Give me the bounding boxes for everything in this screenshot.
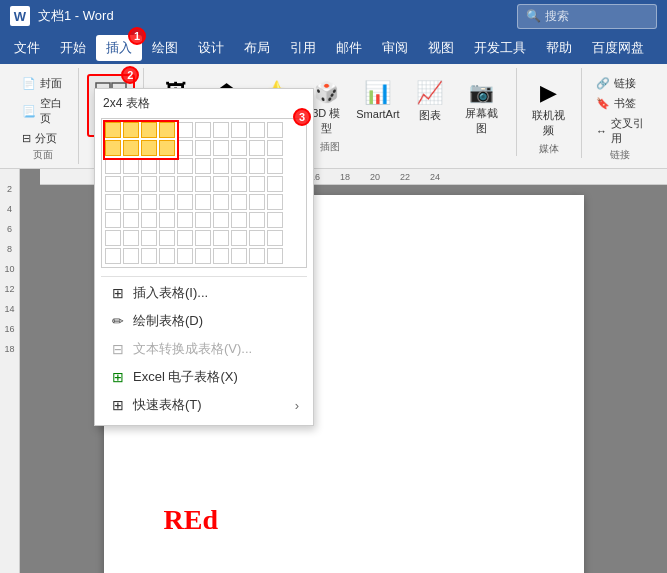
menu-item-baidu[interactable]: 百度网盘 xyxy=(582,35,654,61)
grid-cell[interactable] xyxy=(159,230,175,246)
grid-cell[interactable] xyxy=(105,176,121,192)
menu-item-design[interactable]: 设计 xyxy=(188,35,234,61)
grid-cell[interactable] xyxy=(159,122,175,138)
grid-cell[interactable] xyxy=(231,176,247,192)
dropdown-quick-table[interactable]: ⊞ 快速表格(T) › xyxy=(101,391,307,419)
grid-cell[interactable] xyxy=(267,122,283,138)
grid-cell[interactable] xyxy=(105,122,121,138)
menu-item-dev[interactable]: 开发工具 xyxy=(464,35,536,61)
grid-cell[interactable] xyxy=(177,140,193,156)
grid-cell[interactable] xyxy=(231,140,247,156)
grid-cell[interactable] xyxy=(213,176,229,192)
grid-cell[interactable] xyxy=(159,158,175,174)
grid-cell[interactable] xyxy=(195,122,211,138)
menu-item-review[interactable]: 审阅 xyxy=(372,35,418,61)
grid-cell[interactable] xyxy=(159,176,175,192)
ribbon-btn-link[interactable]: 🔗 链接 xyxy=(590,74,651,93)
grid-cell[interactable] xyxy=(249,212,265,228)
ribbon-btn-chart[interactable]: 📈 图表 xyxy=(406,74,454,140)
grid-cell[interactable] xyxy=(231,122,247,138)
menu-item-mail[interactable]: 邮件 xyxy=(326,35,372,61)
grid-cell[interactable] xyxy=(159,212,175,228)
grid-cell[interactable] xyxy=(141,176,157,192)
ribbon-btn-blank[interactable]: 📃 空白页 xyxy=(16,94,70,128)
ribbon-btn-screenshot[interactable]: 📷 屏幕截图 xyxy=(456,74,508,140)
grid-cell[interactable] xyxy=(105,158,121,174)
grid-cell[interactable] xyxy=(177,248,193,264)
grid-cell[interactable] xyxy=(195,212,211,228)
menu-item-help[interactable]: 帮助 xyxy=(536,35,582,61)
dropdown-excel-table[interactable]: ⊞ Excel 电子表格(X) xyxy=(101,363,307,391)
grid-cell[interactable] xyxy=(123,176,139,192)
grid-cell[interactable] xyxy=(267,212,283,228)
grid-cell[interactable] xyxy=(141,122,157,138)
grid-cell[interactable] xyxy=(159,248,175,264)
grid-cell[interactable] xyxy=(195,140,211,156)
grid-cell[interactable] xyxy=(195,248,211,264)
grid-cell[interactable] xyxy=(123,212,139,228)
grid-cell[interactable] xyxy=(123,248,139,264)
grid-cell[interactable] xyxy=(249,248,265,264)
grid-cell[interactable] xyxy=(213,230,229,246)
table-grid[interactable] xyxy=(101,118,307,268)
ribbon-btn-pagebreak[interactable]: ⊟ 分页 xyxy=(16,129,70,148)
grid-cell[interactable] xyxy=(249,230,265,246)
grid-cell[interactable] xyxy=(249,194,265,210)
grid-cell[interactable] xyxy=(267,140,283,156)
ribbon-btn-cover[interactable]: 📄 封面 xyxy=(16,74,70,93)
grid-cell[interactable] xyxy=(177,194,193,210)
grid-cell[interactable] xyxy=(123,140,139,156)
grid-cell[interactable] xyxy=(195,230,211,246)
grid-cell[interactable] xyxy=(249,158,265,174)
grid-cell[interactable] xyxy=(105,248,121,264)
grid-cell[interactable] xyxy=(213,122,229,138)
menu-item-insert[interactable]: 插入 1 xyxy=(96,35,142,61)
grid-cell[interactable] xyxy=(249,176,265,192)
grid-cell[interactable] xyxy=(141,158,157,174)
dropdown-insert-table[interactable]: ⊞ 插入表格(I)... xyxy=(101,279,307,307)
dropdown-draw-table[interactable]: ✏ 绘制表格(D) xyxy=(101,307,307,335)
grid-cell[interactable] xyxy=(123,122,139,138)
grid-cell[interactable] xyxy=(267,176,283,192)
grid-cell[interactable] xyxy=(141,140,157,156)
grid-cell[interactable] xyxy=(123,158,139,174)
grid-cell[interactable] xyxy=(213,194,229,210)
grid-cell[interactable] xyxy=(213,212,229,228)
menu-item-layout[interactable]: 布局 xyxy=(234,35,280,61)
grid-cell[interactable] xyxy=(105,212,121,228)
grid-cell[interactable] xyxy=(159,194,175,210)
grid-cell[interactable] xyxy=(231,194,247,210)
grid-cell[interactable] xyxy=(177,122,193,138)
grid-cell[interactable] xyxy=(231,230,247,246)
grid-cell[interactable] xyxy=(231,212,247,228)
grid-cell[interactable] xyxy=(141,194,157,210)
grid-cell[interactable] xyxy=(195,158,211,174)
menu-item-start[interactable]: 开始 xyxy=(50,35,96,61)
grid-cell[interactable] xyxy=(213,158,229,174)
grid-cell[interactable] xyxy=(141,212,157,228)
grid-cell[interactable] xyxy=(177,230,193,246)
ribbon-btn-crossref[interactable]: ↔ 交叉引用 xyxy=(590,114,651,148)
grid-cell[interactable] xyxy=(231,248,247,264)
grid-cell[interactable] xyxy=(123,194,139,210)
menu-item-view[interactable]: 视图 xyxy=(418,35,464,61)
ribbon-btn-video[interactable]: ▶ 联机视频 xyxy=(525,74,573,142)
grid-cell[interactable] xyxy=(141,230,157,246)
grid-cell[interactable] xyxy=(267,230,283,246)
grid-cell[interactable] xyxy=(267,248,283,264)
grid-cell[interactable] xyxy=(159,140,175,156)
grid-cell[interactable] xyxy=(195,194,211,210)
menu-item-reference[interactable]: 引用 xyxy=(280,35,326,61)
grid-cell[interactable] xyxy=(195,176,211,192)
grid-cell[interactable] xyxy=(105,140,121,156)
grid-cell[interactable] xyxy=(105,194,121,210)
grid-cell[interactable] xyxy=(249,140,265,156)
dropdown-text-to-table[interactable]: ⊟ 文本转换成表格(V)... xyxy=(101,335,307,363)
grid-cell[interactable] xyxy=(267,158,283,174)
grid-cell[interactable] xyxy=(177,212,193,228)
grid-cell[interactable] xyxy=(123,230,139,246)
grid-cell[interactable] xyxy=(105,230,121,246)
ribbon-btn-bookmark[interactable]: 🔖 书签 xyxy=(590,94,651,113)
grid-cell[interactable] xyxy=(249,122,265,138)
grid-cell[interactable] xyxy=(213,248,229,264)
